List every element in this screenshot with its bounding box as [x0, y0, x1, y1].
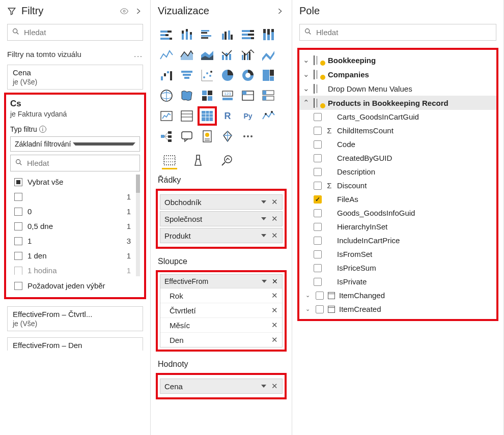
donut-icon[interactable] [239, 67, 257, 84]
filters-search-input[interactable] [24, 28, 138, 37]
chevron-down-icon[interactable] [261, 217, 266, 220]
checkbox-icon[interactable] [314, 140, 322, 149]
field-row[interactable]: ⌄ItemCreated [299, 302, 496, 316]
close-icon[interactable]: ✕ [272, 277, 278, 285]
field-row[interactable]: ⌄ItemChanged [299, 288, 496, 302]
field-row[interactable]: ΣChildItemsCount [299, 124, 496, 137]
table-row[interactable]: ⌄Drop Down Menu Values [299, 81, 496, 96]
filter-value-item[interactable]: 01 [10, 204, 140, 219]
close-icon[interactable]: ✕ [271, 335, 278, 344]
checkbox-icon[interactable] [314, 209, 322, 217]
chevron-right-icon[interactable] [134, 7, 143, 16]
field-row[interactable]: CreatedByGUID [299, 151, 496, 165]
checkbox-icon[interactable] [314, 250, 322, 258]
funnel-chart-icon[interactable] [178, 67, 195, 84]
qa-icon[interactable] [178, 128, 195, 145]
field-row[interactable]: Description [299, 165, 496, 179]
require-single-selection[interactable]: Požadovat jeden výběr [10, 276, 140, 292]
checkbox-icon[interactable] [314, 278, 322, 286]
checkbox-icon[interactable] [316, 292, 324, 300]
checkbox-icon[interactable] [314, 154, 322, 162]
hundred-column-icon[interactable] [260, 26, 277, 43]
filter-value-item[interactable]: 0,5 dne1 [10, 219, 140, 234]
slicer-icon[interactable] [178, 107, 195, 125]
filter-value-item[interactable]: 1 hodina1 [10, 263, 140, 276]
chevron-down-icon[interactable] [261, 234, 266, 237]
checkbox-icon[interactable] [314, 182, 322, 190]
hier-item[interactable]: Rok✕ [160, 288, 282, 303]
field-row[interactable]: Carts_GoodsInCartGuid [299, 110, 496, 124]
stacked-area-icon[interactable] [199, 46, 216, 64]
clustered-column-icon[interactable] [219, 26, 236, 43]
analytics-tab[interactable] [219, 152, 234, 169]
filter-value-item[interactable]: 1 den1 [10, 248, 140, 263]
field-pill[interactable]: Společnost✕ [160, 211, 283, 226]
checkbox-icon[interactable] [14, 282, 22, 290]
waterfall-icon[interactable] [158, 67, 175, 84]
field-row[interactable]: Goods_GoodsInfoGuid [299, 206, 496, 220]
field-pill[interactable]: Cena✕ [160, 379, 283, 394]
filter-type-select[interactable]: Základní filtrování [10, 136, 140, 152]
checkbox-icon[interactable] [314, 113, 322, 121]
filters-search[interactable] [7, 24, 143, 41]
more-visuals-icon[interactable] [239, 128, 257, 145]
line-stacked-column-icon[interactable] [219, 46, 236, 64]
py-visual-icon[interactable]: Py [239, 107, 257, 125]
filter-value-item[interactable]: 1 [10, 189, 140, 204]
field-row[interactable]: IsPrivate [299, 275, 496, 288]
format-tab[interactable] [190, 152, 206, 169]
close-icon[interactable]: ✕ [271, 291, 278, 300]
close-icon[interactable]: ✕ [271, 321, 278, 330]
table-row[interactable]: ⌄Bookkeeping [299, 53, 496, 67]
field-row[interactable]: ΣDiscount [299, 179, 496, 192]
key-influencers-icon[interactable] [260, 107, 277, 125]
stacked-bar-icon[interactable] [158, 26, 175, 43]
checkbox-icon[interactable] [314, 127, 322, 135]
eye-icon[interactable] [120, 7, 129, 16]
field-pill[interactable]: Produkt✕ [160, 228, 283, 243]
close-icon[interactable]: ✕ [271, 214, 278, 223]
paginated-report-icon[interactable] [199, 128, 216, 145]
ribbon-icon[interactable] [260, 46, 277, 64]
close-icon[interactable]: ✕ [271, 231, 278, 240]
arcgis-icon[interactable] [219, 128, 236, 145]
chevron-right-icon[interactable] [275, 7, 285, 16]
filter-value-select-all[interactable]: Vybrat vše [10, 175, 140, 189]
chevron-down-icon[interactable] [261, 385, 266, 388]
close-icon[interactable]: ✕ [271, 306, 278, 315]
line-icon[interactable] [158, 46, 175, 64]
matrix-icon[interactable] [199, 107, 216, 125]
filled-map-icon[interactable] [178, 87, 195, 104]
clustered-bar-icon[interactable] [199, 26, 216, 43]
field-row[interactable]: IsPriceSum [299, 261, 496, 275]
checkbox-icon[interactable] [314, 237, 322, 245]
hier-item[interactable]: Den✕ [160, 333, 282, 347]
filter-card-effectivefrom-d[interactable]: EffectiveFrom – Den [7, 337, 143, 351]
area-icon[interactable] [178, 46, 195, 64]
shape-map-icon[interactable] [199, 87, 216, 104]
checkbox-icon[interactable] [314, 223, 322, 231]
filter-card-cena[interactable]: Cena je (Vše) [7, 65, 143, 90]
stacked-column-icon[interactable] [178, 26, 195, 43]
checkbox-tristate-icon[interactable] [14, 178, 22, 186]
checkbox-icon[interactable] [316, 305, 324, 313]
pie-icon[interactable] [219, 67, 236, 84]
fields-search[interactable] [299, 24, 496, 41]
treemap-icon[interactable] [260, 67, 277, 84]
more-icon[interactable]: ... [134, 50, 143, 59]
gauge-icon[interactable]: 123 [219, 87, 236, 104]
scrollbar[interactable] [136, 175, 140, 276]
field-row[interactable]: FileAs [299, 192, 496, 206]
map-icon[interactable] [158, 87, 175, 104]
hierarchy-pill[interactable]: EffectiveFrom✕ Rok✕ Čtvrtletí✕ Měsíc✕ De… [160, 274, 283, 347]
hier-item[interactable]: Měsíc✕ [160, 318, 282, 333]
multi-row-card-icon[interactable] [260, 87, 277, 104]
rows-bucket[interactable]: Obchodník✕ Společnost✕ Produkt✕ [156, 189, 287, 249]
checkbox-icon[interactable] [314, 168, 322, 176]
kpi-icon[interactable] [158, 107, 175, 125]
table-row[interactable]: ⌄Companies [299, 67, 496, 81]
field-row[interactable]: HierarchyInSet [299, 220, 496, 234]
fields-tab[interactable] [162, 152, 177, 169]
chevron-down-icon[interactable] [262, 280, 267, 283]
field-row[interactable]: IncludeInCartPrice [299, 234, 496, 247]
